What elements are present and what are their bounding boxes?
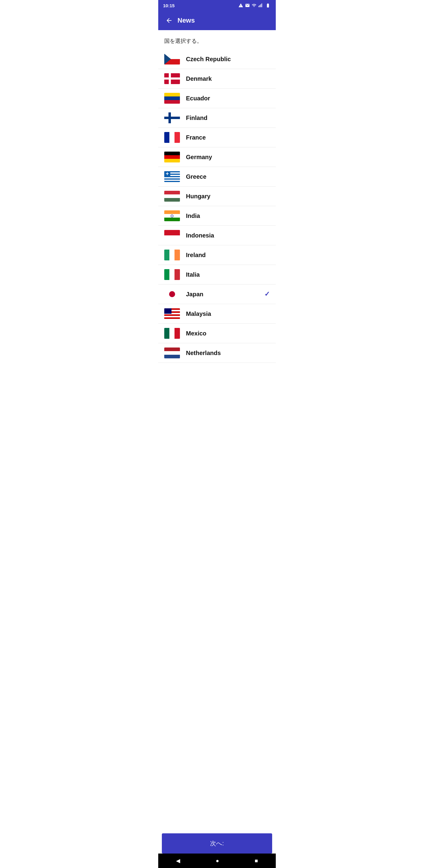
country-name: France <box>186 134 270 141</box>
list-item[interactable]: Hungary <box>158 187 276 206</box>
country-list: Czech RepublicDenmarkEcuadorFinlandFranc… <box>158 50 276 363</box>
flag-in-icon <box>164 210 180 221</box>
app-bar: News <box>158 11 276 30</box>
country-name: Hungary <box>186 193 270 200</box>
list-item[interactable]: Greece <box>158 167 276 187</box>
warning-icon <box>239 3 243 8</box>
nav-home-button[interactable]: ● <box>210 855 225 867</box>
country-name: Japan <box>186 291 264 298</box>
nav-recent-button[interactable]: ■ <box>249 855 264 867</box>
svg-rect-3 <box>261 3 262 7</box>
list-item[interactable]: Italia <box>158 265 276 284</box>
section-title: 国を選択する。 <box>158 30 276 50</box>
flag-my-icon <box>164 308 180 319</box>
list-item[interactable]: Finland <box>158 108 276 128</box>
list-item[interactable]: Denmark <box>158 69 276 89</box>
list-item[interactable]: Malaysia <box>158 304 276 324</box>
nav-bar: ◀ ● ■ <box>158 854 276 868</box>
list-item[interactable]: Ecuador <box>158 89 276 108</box>
flag-nl-icon <box>164 347 180 358</box>
flag-ec-icon <box>164 93 180 104</box>
list-item[interactable]: Mexico <box>158 324 276 343</box>
country-name: Indonesia <box>186 232 270 239</box>
back-arrow-icon <box>165 17 173 24</box>
status-icons <box>239 3 271 8</box>
country-name: Finland <box>186 115 270 121</box>
flag-de-icon <box>164 152 180 162</box>
country-name: Germany <box>186 154 270 161</box>
flag-it-icon <box>164 269 180 280</box>
list-item[interactable]: Germany <box>158 147 276 167</box>
flag-gr-icon <box>164 171 180 182</box>
status-time: 10:15 <box>163 3 175 8</box>
country-name: Ireland <box>186 252 270 258</box>
country-name: Netherlands <box>186 350 270 356</box>
nav-back-button[interactable]: ◀ <box>170 855 186 867</box>
list-item[interactable]: Ireland <box>158 245 276 265</box>
country-name: Greece <box>186 173 270 180</box>
selected-check-icon: ✓ <box>264 290 270 298</box>
flag-dk-icon <box>164 73 180 84</box>
flag-ie-icon <box>164 250 180 260</box>
country-name: Italia <box>186 271 270 278</box>
flag-jp-icon <box>164 289 180 300</box>
country-name: Malaysia <box>186 310 270 317</box>
svg-rect-0 <box>258 6 259 7</box>
email-icon <box>245 3 250 8</box>
status-bar: 10:15 <box>158 0 276 11</box>
flag-cz-icon <box>164 54 180 64</box>
bottom-bar: 次へ: <box>158 833 276 854</box>
country-name: Ecuador <box>186 95 270 102</box>
next-button[interactable]: 次へ: <box>162 833 272 854</box>
flag-id-icon <box>164 230 180 241</box>
flag-fi-icon <box>164 113 180 123</box>
country-selection-content: 国を選択する。 Czech RepublicDenmarkEcuadorFinl… <box>158 30 276 868</box>
list-item[interactable]: India <box>158 206 276 226</box>
battery-icon <box>265 3 271 8</box>
app-title: News <box>178 17 195 24</box>
flag-hu-icon <box>164 191 180 202</box>
country-name: Czech Republic <box>186 56 270 63</box>
list-item[interactable]: France <box>158 128 276 147</box>
svg-rect-2 <box>260 4 261 7</box>
list-item[interactable]: Netherlands <box>158 343 276 363</box>
country-name: India <box>186 213 270 219</box>
svg-rect-1 <box>259 5 260 7</box>
flag-mx-icon <box>164 328 180 339</box>
list-item[interactable]: Indonesia <box>158 226 276 245</box>
list-item[interactable]: Japan✓ <box>158 284 276 304</box>
svg-rect-4 <box>267 4 269 7</box>
wifi-icon <box>252 3 256 8</box>
back-button[interactable] <box>163 14 175 27</box>
list-item[interactable]: Czech Republic <box>158 50 276 69</box>
flag-fr-icon <box>164 132 180 143</box>
country-name: Mexico <box>186 330 270 337</box>
country-name: Denmark <box>186 75 270 82</box>
signal-icon <box>258 3 263 8</box>
